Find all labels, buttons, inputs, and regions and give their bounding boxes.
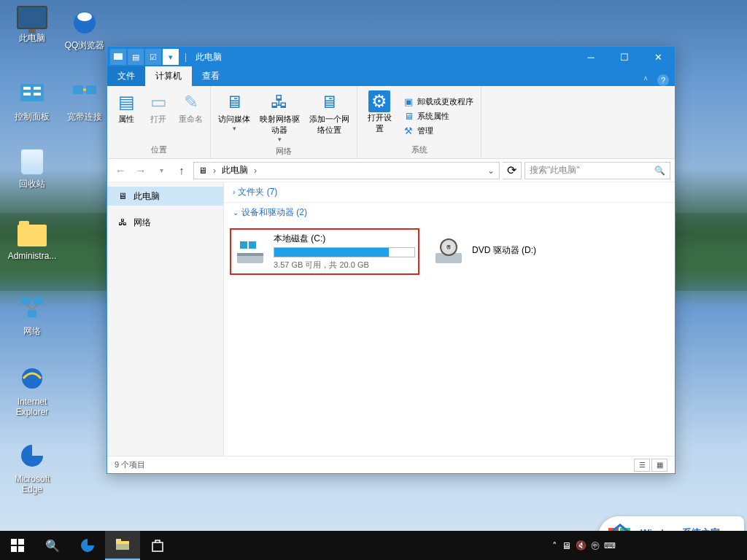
tray-input-icon[interactable]: ⌨ <box>604 541 616 551</box>
tray-network-icon[interactable]: 🖥 <box>562 540 571 551</box>
ribbon-uninstall[interactable]: ▣卸载或更改程序 <box>400 95 476 108</box>
taskbar-explorer[interactable] <box>105 531 140 560</box>
chevron-right-icon[interactable]: › <box>251 166 260 176</box>
properties-icon: ▤ <box>118 90 135 114</box>
breadcrumb-computer-icon[interactable]: 🖥 <box>196 166 210 176</box>
view-icons-button[interactable]: ▦ <box>651 459 667 472</box>
content-pane[interactable]: ›文件夹 (7) ⌄设备和驱动器 (2) 本地磁盘 (C:) 3.57 GB 可… <box>224 182 675 456</box>
ribbon-manage[interactable]: ⚒管理 <box>400 124 476 137</box>
search-icon[interactable]: 🔍 <box>654 166 665 176</box>
tab-view[interactable]: 查看 <box>192 66 230 86</box>
explorer-window: ▤ ☑ ▾ | 此电脑 ─ ☐ ✕ 文件 计算机 查看 ＾ ? ▤属性 ▭打开 … <box>107 46 676 474</box>
desktop-icon-qq-browser[interactable]: QQ浏览器 <box>58 6 111 52</box>
close-button[interactable]: ✕ <box>641 47 675 67</box>
qat-properties-icon[interactable]: ▤ <box>128 49 144 65</box>
ribbon-group-location: 位置 <box>112 143 206 157</box>
view-details-button[interactable]: ☰ <box>634 459 650 472</box>
nav-up-button[interactable]: ↑ <box>173 162 190 179</box>
sidebar-item-label: 此电脑 <box>133 190 160 203</box>
desktop-icon-ie[interactable]: Internet Explorer <box>6 363 58 417</box>
svg-rect-17 <box>249 241 256 249</box>
group-header-folders[interactable]: ›文件夹 (7) <box>224 182 675 202</box>
ribbon-properties[interactable]: ▤属性 <box>112 89 141 143</box>
maximize-button[interactable]: ☐ <box>608 47 641 67</box>
map-drive-icon: 🖧 <box>271 90 288 114</box>
control-panel-icon <box>17 77 47 108</box>
taskbar-store[interactable] <box>140 531 175 560</box>
drive-c[interactable]: 本地磁盘 (C:) 3.57 GB 可用，共 20.0 GB <box>230 228 419 275</box>
icon-label: 宽带连接 <box>58 111 111 123</box>
desktop-icon-control-panel[interactable]: 控制面板 <box>6 77 58 123</box>
desktop-icon-recycle-bin[interactable]: 回收站 <box>6 149 58 190</box>
help-icon[interactable]: ? <box>657 74 669 86</box>
ribbon-open[interactable]: ▭打开 <box>144 89 173 143</box>
status-item-count: 9 个项目 <box>115 459 145 470</box>
svg-rect-32 <box>116 539 121 542</box>
breadcrumb-root[interactable]: 此电脑 <box>219 164 251 176</box>
tray-ime-icon[interactable]: ㊥ <box>591 540 600 552</box>
svg-point-1 <box>77 12 92 21</box>
media-icon: 🖥 <box>225 90 243 114</box>
svg-rect-7 <box>73 85 83 94</box>
ribbon-group-network: 网络 <box>215 144 352 158</box>
titlebar[interactable]: ▤ ☑ ▾ | 此电脑 ─ ☐ ✕ <box>107 47 675 67</box>
qat-checkbox-icon[interactable]: ☑ <box>145 49 161 65</box>
breadcrumb-bar[interactable]: 🖥 › 此电脑 › ⌄ <box>193 162 500 179</box>
drive-usage-bar <box>274 247 415 257</box>
ribbon-open-settings[interactable]: ⚙打开设置 <box>362 89 397 143</box>
ribbon-group-system: 系统 <box>362 143 476 157</box>
ribbon-add-location[interactable]: 🖥添加一个网络位置 <box>306 89 352 144</box>
svg-point-12 <box>22 368 42 389</box>
svg-rect-4 <box>23 93 31 96</box>
taskbar-edge[interactable] <box>70 531 105 560</box>
nav-forward-button[interactable]: → <box>132 162 150 179</box>
tray-volume-muted-icon[interactable]: 🔇 <box>576 540 587 551</box>
search-button[interactable]: 🔍 <box>35 531 70 560</box>
sidebar-item-computer[interactable]: 🖥 此电脑 <box>107 187 223 206</box>
nav-recent-button[interactable]: ▾ <box>152 162 170 179</box>
nav-back-button[interactable]: ← <box>112 162 129 179</box>
tab-file[interactable]: 文件 <box>107 66 145 86</box>
quick-access-toolbar: ▤ ☑ ▾ <box>107 49 182 65</box>
svg-rect-15 <box>237 253 263 256</box>
ribbon-rename[interactable]: ✎重命名 <box>176 89 206 143</box>
svg-rect-28 <box>18 539 24 545</box>
desktop-icon-edge[interactable]: Microsoft Edge <box>6 440 58 494</box>
desktop-icon-computer[interactable]: 此电脑 <box>6 6 58 44</box>
system-tray[interactable]: ˄ 🖥 🔇 ㊥ ⌨ <box>552 540 747 552</box>
breadcrumb-dropdown-icon[interactable]: ⌄ <box>484 166 498 176</box>
drive-name: 本地磁盘 (C:) <box>274 233 415 245</box>
search-placeholder: 搜索"此电脑" <box>530 164 580 176</box>
minimize-button[interactable]: ─ <box>574 47 608 67</box>
window-title: 此电脑 <box>196 51 222 63</box>
drive-usage-fill <box>274 248 389 257</box>
drive-d[interactable]: DVD DVD 驱动器 (D:) <box>428 228 618 275</box>
search-box[interactable]: 搜索"此电脑" 🔍 <box>525 162 670 179</box>
refresh-button[interactable]: ⟳ <box>503 162 522 179</box>
ribbon: ▤属性 ▭打开 ✎重命名 位置 🖥访问媒体▾ 🖧映射网络驱动器▾ 🖥添加一个网络… <box>107 86 675 159</box>
ribbon-access-media[interactable]: 🖥访问媒体▾ <box>215 89 253 144</box>
group-header-devices[interactable]: ⌄设备和驱动器 (2) <box>224 203 675 222</box>
folder-icon <box>18 225 47 246</box>
desktop-icon-broadband[interactable]: 宽带连接 <box>58 77 111 123</box>
taskbar[interactable]: 🔍 ˄ 🖥 🔇 ㊥ ⌨ <box>0 531 747 560</box>
settings-icon: ⚙ <box>368 90 390 112</box>
qat-dropdown-icon[interactable]: ▾ <box>163 49 179 65</box>
icon-label: QQ浏览器 <box>58 39 111 52</box>
dvd-drive-icon: DVD <box>433 236 465 268</box>
chevron-right-icon[interactable]: › <box>210 166 219 176</box>
tray-chevron-up-icon[interactable]: ˄ <box>552 540 557 551</box>
ribbon-map-drive[interactable]: 🖧映射网络驱动器▾ <box>256 89 303 144</box>
add-location-icon: 🖥 <box>320 90 338 114</box>
sidebar-item-network[interactable]: 🖧 网络 <box>107 213 223 232</box>
qat-icon-app[interactable] <box>110 49 126 65</box>
start-button[interactable] <box>0 531 35 560</box>
ribbon-collapse-icon[interactable]: ＾ <box>641 74 650 86</box>
desktop-icon-network[interactable]: 网络 <box>6 292 58 338</box>
status-bar: 9 个项目 ☰ ▦ <box>107 456 675 473</box>
icon-label: Microsoft Edge <box>6 474 58 494</box>
tab-computer[interactable]: 计算机 <box>145 66 192 86</box>
desktop-icon-administrator[interactable]: Administra... <box>6 220 58 261</box>
ribbon-system-props[interactable]: 🖥系统属性 <box>400 109 476 122</box>
ribbon-tabs: 文件 计算机 查看 ＾ ? <box>107 67 675 86</box>
